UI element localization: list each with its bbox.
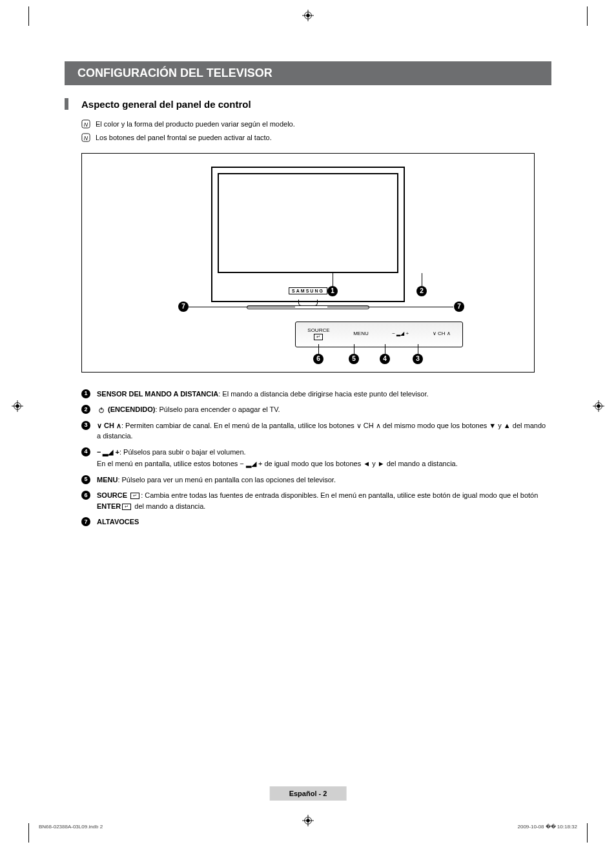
- callout-3: 3: [413, 354, 423, 364]
- item-number: 1: [81, 389, 90, 398]
- item-text: SOURCE ↵: Cambia entre todas las fuentes…: [97, 490, 551, 511]
- tv-button-panel: SOURCE ↵ MENU − ▂◢ + ∨ CH ∧: [295, 322, 463, 347]
- list-item: 4 − ▂◢ +: Púlselos para subir o bajar el…: [81, 447, 551, 469]
- document-page: CONFIGURACIÓN DEL TELEVISOR Aspecto gene…: [0, 0, 616, 558]
- item-list: 1 SENSOR DEL MANDO A DISTANCIA: El mando…: [81, 389, 551, 527]
- subheading-text: Aspecto general del panel de control: [81, 99, 251, 110]
- callout-6: 6: [313, 354, 323, 364]
- svg-text:N: N: [84, 135, 88, 141]
- item-text: MENU: Púlselo para ver un menú en pantal…: [97, 475, 551, 486]
- list-item: 2 (ENCENDIDO): Púlselo para encender o a…: [81, 404, 551, 415]
- print-footer: BN68-02388A-03L09.indb 2 2009-10-08 �� 1…: [39, 824, 577, 830]
- item-number: 7: [81, 517, 90, 526]
- note-text: El color y la forma del producto pueden …: [96, 119, 295, 129]
- callout-7-left: 7: [178, 302, 189, 312]
- channel-button-label: ∨ CH ∧: [433, 331, 451, 337]
- block-marker: [65, 98, 68, 110]
- section-header: CONFIGURACIÓN DEL TELEVISOR: [65, 61, 551, 85]
- callout-4: 4: [380, 354, 390, 364]
- subheading-row: Aspecto general del panel de control: [65, 98, 551, 110]
- note-line: N Los botones del panel frontal se puede…: [81, 133, 551, 143]
- callout-1: 1: [327, 286, 338, 296]
- enter-icon: ↵: [130, 493, 139, 499]
- note-icon: N: [81, 119, 90, 128]
- print-timestamp: 2009-10-08 �� 10:18:32: [517, 824, 577, 830]
- callout-2: 2: [416, 286, 427, 296]
- item-text: − ▂◢ +: Púlselos para subir o bajar el v…: [97, 447, 551, 469]
- svg-text:N: N: [84, 121, 88, 128]
- item-text: (ENCENDIDO): Púlselo para encender o apa…: [97, 404, 551, 415]
- list-item: 5 MENU: Púlselo para ver un menú en pant…: [81, 475, 551, 486]
- list-item: 3 ∨ CH ∧: Permiten cambiar de canal. En …: [81, 420, 551, 442]
- tv-stand-base: [247, 305, 369, 309]
- item-number: 5: [81, 475, 90, 484]
- item-number: 4: [81, 447, 90, 456]
- callout-5: 5: [349, 354, 359, 364]
- source-button-label: SOURCE ↵: [307, 328, 329, 340]
- item-text: ∨ CH ∧: Permiten cambiar de canal. En el…: [97, 420, 551, 442]
- page-footer-language: Español - 2: [270, 786, 347, 801]
- enter-icon: ↵: [122, 504, 131, 510]
- tv-brand-logo: SAMSUNG: [289, 287, 327, 294]
- item-number: 3: [81, 421, 90, 430]
- list-item: 7 ALTAVOCES: [81, 517, 551, 527]
- list-item: 1 SENSOR DEL MANDO A DISTANCIA: El mando…: [81, 389, 551, 400]
- note-icon: N: [81, 133, 90, 142]
- tv-frame: SAMSUNG: [211, 167, 405, 302]
- menu-button-label: MENU: [353, 331, 369, 337]
- doc-reference: BN68-02388A-03L09.indb 2: [39, 824, 103, 830]
- item-subtext: En el menú en pantalla, utilice estos bo…: [97, 458, 551, 469]
- power-icon: [98, 407, 105, 413]
- tv-screen: [218, 173, 398, 273]
- item-text: SENSOR DEL MANDO A DISTANCIA: El mando a…: [97, 389, 551, 400]
- note-text: Los botones del panel frontal se pueden …: [96, 133, 272, 143]
- item-text: ALTAVOCES: [97, 517, 551, 527]
- callout-7-right: 7: [454, 302, 464, 312]
- tv-diagram: SAMSUNG 1 2 7 7 SOURCE ↵ MENU − ▂◢ + ∨ C…: [81, 153, 535, 373]
- enter-icon: ↵: [314, 334, 323, 340]
- note-line: N El color y la forma del producto puede…: [81, 119, 551, 129]
- item-number: 2: [81, 405, 90, 414]
- list-item: 6 SOURCE ↵: Cambia entre todas las fuent…: [81, 490, 551, 511]
- volume-button-label: − ▂◢ +: [392, 331, 409, 337]
- item-number: 6: [81, 491, 90, 500]
